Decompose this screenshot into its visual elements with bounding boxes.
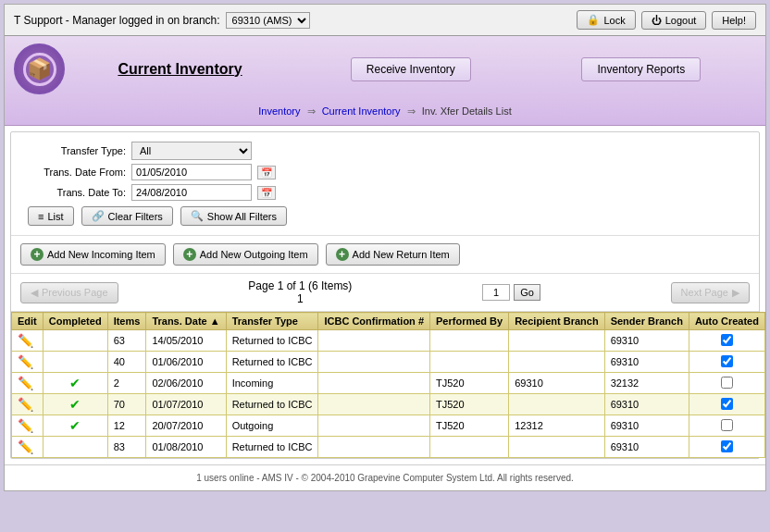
transfer-type-cell: Returned to ICBC xyxy=(226,330,318,352)
list-button[interactable]: ≡ List xyxy=(28,206,74,226)
performed-by-cell xyxy=(430,437,509,458)
page-info: Page 1 of 1 (6 Items) 1 xyxy=(248,279,352,305)
col-transfer-type: Transfer Type xyxy=(226,313,318,330)
header-section: 📦 Current Inventory Receive Inventory In… xyxy=(5,36,765,126)
trans-date-cell: 01/07/2010 xyxy=(146,394,226,415)
transfer-type-select[interactable]: All Incoming Outgoing Returned to ICBC xyxy=(131,142,252,160)
breadcrumb-current-page: Inv. Xfer Details List xyxy=(422,105,512,117)
page-number-input[interactable] xyxy=(482,284,510,301)
table-row: ✏️8301/08/2010Returned to ICBC69310 xyxy=(12,437,765,458)
completed-cell xyxy=(43,352,107,373)
table-row: ✏️6314/05/2010Returned to ICBC69310 xyxy=(12,330,765,352)
edit-cell[interactable]: ✏️ xyxy=(12,352,43,373)
auto-created-checkbox[interactable] xyxy=(721,398,733,410)
auto-created-cell[interactable] xyxy=(689,415,764,437)
list-icon: ≡ xyxy=(38,211,43,222)
date-from-label: Trans. Date From: xyxy=(24,167,126,178)
performed-by-cell: TJ520 xyxy=(430,415,509,437)
trans-date-cell: 01/08/2010 xyxy=(146,437,226,458)
edit-icon[interactable]: ✏️ xyxy=(18,439,33,454)
transfer-type-cell: Incoming xyxy=(226,373,318,394)
edit-cell[interactable]: ✏️ xyxy=(12,330,43,352)
auto-created-checkbox[interactable] xyxy=(721,355,733,367)
trans-date-cell: 01/06/2010 xyxy=(146,352,226,373)
breadcrumb-inventory[interactable]: Inventory xyxy=(258,105,300,117)
edit-cell[interactable]: ✏️ xyxy=(12,373,43,394)
date-to-calendar-button[interactable]: 📅 xyxy=(257,186,276,200)
transfer-type-cell: Returned to ICBC xyxy=(226,394,318,415)
trans-date-cell: 20/07/2010 xyxy=(146,415,226,437)
col-icbc-confirmation: ICBC Confirmation # xyxy=(318,313,430,330)
auto-created-cell[interactable] xyxy=(689,330,764,352)
add-incoming-button[interactable]: + Add New Incoming Item xyxy=(20,243,166,266)
edit-icon[interactable]: ✏️ xyxy=(18,354,33,369)
breadcrumb-arrow-1: ⇒ xyxy=(307,105,316,117)
auto-created-checkbox[interactable] xyxy=(721,377,733,389)
help-button[interactable]: Help! xyxy=(712,11,756,30)
transfer-type-cell: Returned to ICBC xyxy=(226,437,318,458)
add-return-icon: + xyxy=(336,248,349,261)
auto-created-checkbox[interactable] xyxy=(721,440,733,452)
next-page-button[interactable]: Next Page ▶ xyxy=(671,282,750,303)
sender-branch-cell: 69310 xyxy=(604,415,689,437)
footer-text: 1 users online - AMS IV - © 2004-2010 Gr… xyxy=(196,473,574,483)
auto-created-cell[interactable] xyxy=(689,352,764,373)
page-info-text: Page 1 of 1 (6 Items) xyxy=(248,279,352,292)
lock-icon: 🔒 xyxy=(587,14,600,26)
inventory-reports-button[interactable]: Inventory Reports xyxy=(581,57,701,81)
branch-select[interactable]: 69310 (AMS) xyxy=(226,12,310,29)
col-auto-created: Auto Created xyxy=(689,313,764,330)
items-cell: 70 xyxy=(107,394,146,415)
transfer-type-label: Transfer Type: xyxy=(24,145,126,156)
date-to-input[interactable] xyxy=(131,184,252,201)
edit-cell[interactable]: ✏️ xyxy=(12,437,43,458)
edit-icon[interactable]: ✏️ xyxy=(18,418,33,433)
breadcrumb: Inventory ⇒ Current Inventory ⇒ Inv. Xfe… xyxy=(5,102,765,125)
main-content: Transfer Type: All Incoming Outgoing Ret… xyxy=(10,131,760,459)
col-performed-by: Performed By xyxy=(430,313,509,330)
add-outgoing-icon: + xyxy=(183,248,196,261)
sender-branch-cell: 32132 xyxy=(604,373,689,394)
icbc-confirmation-cell xyxy=(318,373,430,394)
pagination-section: ◀ Previous Page Page 1 of 1 (6 Items) 1 … xyxy=(11,274,759,312)
clear-filters-button[interactable]: 🔗 Clear Filters xyxy=(81,206,173,226)
completed-checkmark: ✔ xyxy=(69,397,81,412)
items-cell: 12 xyxy=(107,415,146,437)
edit-icon[interactable]: ✏️ xyxy=(18,333,33,348)
edit-cell[interactable]: ✏️ xyxy=(12,394,43,415)
auto-created-cell[interactable] xyxy=(689,437,764,458)
date-from-calendar-button[interactable]: 📅 xyxy=(257,166,276,179)
previous-page-button[interactable]: ◀ Previous Page xyxy=(20,282,118,303)
add-return-button[interactable]: + Add New Return Item xyxy=(326,243,460,266)
top-bar-right: 🔒 Lock ⏻ Logout Help! xyxy=(577,10,756,30)
breadcrumb-current-inventory[interactable]: Current Inventory xyxy=(322,105,401,117)
logo-icon: 📦 xyxy=(27,57,52,81)
go-button[interactable]: Go xyxy=(514,284,540,301)
filter-row-type: Transfer Type: All Incoming Outgoing Ret… xyxy=(24,142,746,160)
sender-branch-cell: 69310 xyxy=(604,437,689,458)
show-all-filters-button[interactable]: 🔍 Show All Filters xyxy=(180,206,287,226)
table-container: Edit Completed Items Trans. Date ▲ Trans… xyxy=(11,312,759,458)
auto-created-checkbox[interactable] xyxy=(721,419,733,431)
recipient-branch-cell xyxy=(509,352,604,373)
edit-cell[interactable]: ✏️ xyxy=(12,415,43,437)
edit-icon[interactable]: ✏️ xyxy=(18,376,33,390)
breadcrumb-arrow-2: ⇒ xyxy=(407,105,416,117)
add-outgoing-button[interactable]: + Add New Outgoing Item xyxy=(173,243,318,266)
auto-created-checkbox[interactable] xyxy=(721,334,733,346)
receive-inventory-button[interactable]: Receive Inventory xyxy=(351,57,471,81)
page-sub-text: 1 xyxy=(248,292,352,305)
recipient-branch-cell xyxy=(509,394,604,415)
auto-created-cell[interactable] xyxy=(689,394,764,415)
logout-button[interactable]: ⏻ Logout xyxy=(641,11,707,30)
prev-arrow-icon: ◀ xyxy=(31,287,38,299)
inventory-table: Edit Completed Items Trans. Date ▲ Trans… xyxy=(11,312,765,458)
lock-button[interactable]: 🔒 Lock xyxy=(577,10,635,30)
table-row: ✏️✔202/06/2010IncomingTJ5206931032132 xyxy=(12,373,765,394)
auto-created-cell[interactable] xyxy=(689,373,764,394)
date-from-input[interactable] xyxy=(131,164,252,180)
edit-icon[interactable]: ✏️ xyxy=(18,397,33,412)
icbc-confirmation-cell xyxy=(318,394,430,415)
header-title-area: Current Inventory xyxy=(65,61,295,78)
sender-branch-cell: 69310 xyxy=(604,330,689,352)
